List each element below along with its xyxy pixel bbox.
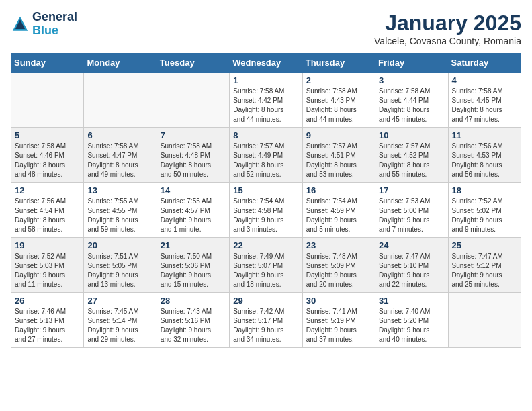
day-info: Sunrise: 7:49 AM Sunset: 5:07 PM Dayligh… bbox=[233, 252, 298, 289]
day-number: 1 bbox=[233, 75, 298, 85]
calendar-day-cell: 8Sunrise: 7:57 AM Sunset: 4:49 PM Daylig… bbox=[230, 128, 302, 183]
weekday-header-wednesday: Wednesday bbox=[230, 54, 302, 73]
calendar-day-cell: 21Sunrise: 7:50 AM Sunset: 5:06 PM Dayli… bbox=[157, 238, 229, 293]
calendar-day-cell: 2Sunrise: 7:58 AM Sunset: 4:43 PM Daylig… bbox=[302, 73, 375, 128]
calendar-day-cell: 14Sunrise: 7:55 AM Sunset: 4:57 PM Dayli… bbox=[157, 183, 229, 238]
calendar-day-cell: 29Sunrise: 7:42 AM Sunset: 5:17 PM Dayli… bbox=[230, 293, 302, 348]
calendar-week-row: 19Sunrise: 7:52 AM Sunset: 5:03 PM Dayli… bbox=[11, 238, 521, 293]
calendar-day-cell: 16Sunrise: 7:54 AM Sunset: 4:59 PM Dayli… bbox=[302, 183, 375, 238]
day-info: Sunrise: 7:58 AM Sunset: 4:42 PM Dayligh… bbox=[233, 87, 298, 124]
calendar-day-cell: 9Sunrise: 7:57 AM Sunset: 4:51 PM Daylig… bbox=[302, 128, 375, 183]
day-info: Sunrise: 7:54 AM Sunset: 4:58 PM Dayligh… bbox=[233, 197, 298, 234]
calendar-day-cell: 28Sunrise: 7:43 AM Sunset: 5:16 PM Dayli… bbox=[157, 293, 229, 348]
day-info: Sunrise: 7:55 AM Sunset: 4:57 PM Dayligh… bbox=[161, 197, 226, 234]
day-number: 3 bbox=[379, 75, 444, 85]
weekday-header-tuesday: Tuesday bbox=[157, 54, 229, 73]
calendar-day-cell: 30Sunrise: 7:41 AM Sunset: 5:19 PM Dayli… bbox=[302, 293, 375, 348]
weekday-header-thursday: Thursday bbox=[302, 54, 375, 73]
title-block: January 2025 Valcele, Covasna County, Ro… bbox=[374, 11, 521, 46]
logo-text: General Blue bbox=[32, 11, 77, 38]
day-number: 13 bbox=[87, 185, 152, 195]
day-number: 25 bbox=[452, 240, 517, 250]
calendar-week-row: 26Sunrise: 7:46 AM Sunset: 5:13 PM Dayli… bbox=[11, 293, 521, 348]
day-number: 6 bbox=[87, 130, 152, 140]
day-info: Sunrise: 7:40 AM Sunset: 5:20 PM Dayligh… bbox=[379, 307, 444, 345]
calendar-day-cell: 1Sunrise: 7:58 AM Sunset: 4:42 PM Daylig… bbox=[230, 73, 302, 128]
day-number: 9 bbox=[306, 130, 371, 140]
calendar-day-cell: 27Sunrise: 7:45 AM Sunset: 5:14 PM Dayli… bbox=[84, 293, 157, 348]
day-info: Sunrise: 7:45 AM Sunset: 5:14 PM Dayligh… bbox=[87, 307, 152, 345]
calendar-week-row: 1Sunrise: 7:58 AM Sunset: 4:42 PM Daylig… bbox=[11, 73, 521, 128]
day-number: 22 bbox=[233, 240, 298, 250]
day-info: Sunrise: 7:57 AM Sunset: 4:49 PM Dayligh… bbox=[233, 142, 298, 179]
calendar-day-cell: 13Sunrise: 7:55 AM Sunset: 4:55 PM Dayli… bbox=[84, 183, 157, 238]
calendar-day-cell: 11Sunrise: 7:56 AM Sunset: 4:53 PM Dayli… bbox=[448, 128, 521, 183]
day-info: Sunrise: 7:51 AM Sunset: 5:05 PM Dayligh… bbox=[87, 252, 152, 289]
day-number: 15 bbox=[233, 185, 298, 195]
calendar-day-cell: 17Sunrise: 7:53 AM Sunset: 5:00 PM Dayli… bbox=[375, 183, 448, 238]
calendar-week-row: 5Sunrise: 7:58 AM Sunset: 4:46 PM Daylig… bbox=[11, 128, 521, 183]
calendar-day-cell: 25Sunrise: 7:47 AM Sunset: 5:12 PM Dayli… bbox=[448, 238, 521, 293]
day-number: 31 bbox=[379, 295, 444, 306]
calendar-day-cell: 5Sunrise: 7:58 AM Sunset: 4:46 PM Daylig… bbox=[11, 128, 84, 183]
day-info: Sunrise: 7:52 AM Sunset: 5:02 PM Dayligh… bbox=[452, 197, 517, 234]
calendar-week-row: 12Sunrise: 7:56 AM Sunset: 4:54 PM Dayli… bbox=[11, 183, 521, 238]
calendar-day-cell: 31Sunrise: 7:40 AM Sunset: 5:20 PM Dayli… bbox=[375, 293, 448, 348]
logo: General Blue bbox=[11, 11, 77, 38]
day-number: 27 bbox=[87, 295, 152, 306]
day-info: Sunrise: 7:53 AM Sunset: 5:00 PM Dayligh… bbox=[379, 197, 444, 234]
calendar-day-cell: 7Sunrise: 7:58 AM Sunset: 4:48 PM Daylig… bbox=[157, 128, 229, 183]
calendar-day-cell bbox=[157, 73, 229, 128]
day-info: Sunrise: 7:58 AM Sunset: 4:43 PM Dayligh… bbox=[306, 87, 371, 124]
calendar-day-cell: 4Sunrise: 7:58 AM Sunset: 4:45 PM Daylig… bbox=[448, 73, 521, 128]
calendar-day-cell bbox=[448, 293, 521, 348]
location-subtitle: Valcele, Covasna County, Romania bbox=[374, 36, 521, 46]
day-number: 17 bbox=[379, 185, 444, 195]
day-info: Sunrise: 7:47 AM Sunset: 5:10 PM Dayligh… bbox=[379, 252, 444, 289]
calendar-day-cell: 10Sunrise: 7:57 AM Sunset: 4:52 PM Dayli… bbox=[375, 128, 448, 183]
month-title: January 2025 bbox=[374, 11, 521, 36]
calendar-day-cell: 26Sunrise: 7:46 AM Sunset: 5:13 PM Dayli… bbox=[11, 293, 84, 348]
day-number: 24 bbox=[379, 240, 444, 250]
logo-icon bbox=[11, 15, 30, 34]
day-number: 7 bbox=[161, 130, 226, 140]
calendar-day-cell bbox=[11, 73, 84, 128]
day-info: Sunrise: 7:41 AM Sunset: 5:19 PM Dayligh… bbox=[306, 307, 371, 345]
calendar-table: SundayMondayTuesdayWednesdayThursdayFrid… bbox=[11, 53, 521, 348]
day-info: Sunrise: 7:57 AM Sunset: 4:52 PM Dayligh… bbox=[379, 142, 444, 179]
day-number: 28 bbox=[161, 295, 226, 306]
day-info: Sunrise: 7:47 AM Sunset: 5:12 PM Dayligh… bbox=[452, 252, 517, 289]
day-number: 12 bbox=[15, 185, 80, 195]
day-info: Sunrise: 7:56 AM Sunset: 4:53 PM Dayligh… bbox=[452, 142, 517, 179]
page-header: General Blue January 2025 Valcele, Covas… bbox=[11, 11, 521, 46]
calendar-day-cell: 22Sunrise: 7:49 AM Sunset: 5:07 PM Dayli… bbox=[230, 238, 302, 293]
day-info: Sunrise: 7:57 AM Sunset: 4:51 PM Dayligh… bbox=[306, 142, 371, 179]
calendar-day-cell: 20Sunrise: 7:51 AM Sunset: 5:05 PM Dayli… bbox=[84, 238, 157, 293]
day-number: 20 bbox=[87, 240, 152, 250]
day-info: Sunrise: 7:58 AM Sunset: 4:48 PM Dayligh… bbox=[161, 142, 226, 179]
day-info: Sunrise: 7:52 AM Sunset: 5:03 PM Dayligh… bbox=[15, 252, 80, 289]
day-number: 8 bbox=[233, 130, 298, 140]
day-number: 29 bbox=[233, 295, 298, 306]
calendar-day-cell: 3Sunrise: 7:58 AM Sunset: 4:44 PM Daylig… bbox=[375, 73, 448, 128]
calendar-day-cell: 19Sunrise: 7:52 AM Sunset: 5:03 PM Dayli… bbox=[11, 238, 84, 293]
day-info: Sunrise: 7:46 AM Sunset: 5:13 PM Dayligh… bbox=[15, 307, 80, 345]
weekday-header-sunday: Sunday bbox=[11, 54, 84, 73]
day-number: 16 bbox=[306, 185, 371, 195]
day-info: Sunrise: 7:54 AM Sunset: 4:59 PM Dayligh… bbox=[306, 197, 371, 234]
calendar-header-row: SundayMondayTuesdayWednesdayThursdayFrid… bbox=[11, 54, 521, 73]
day-number: 21 bbox=[161, 240, 226, 250]
day-number: 23 bbox=[306, 240, 371, 250]
day-number: 26 bbox=[15, 295, 80, 306]
day-number: 5 bbox=[15, 130, 80, 140]
day-number: 19 bbox=[15, 240, 80, 250]
day-info: Sunrise: 7:55 AM Sunset: 4:55 PM Dayligh… bbox=[87, 197, 152, 234]
day-number: 30 bbox=[306, 295, 371, 306]
calendar-day-cell: 12Sunrise: 7:56 AM Sunset: 4:54 PM Dayli… bbox=[11, 183, 84, 238]
weekday-header-monday: Monday bbox=[84, 54, 157, 73]
day-number: 4 bbox=[452, 75, 517, 85]
day-number: 18 bbox=[452, 185, 517, 195]
day-info: Sunrise: 7:58 AM Sunset: 4:47 PM Dayligh… bbox=[87, 142, 152, 179]
day-info: Sunrise: 7:58 AM Sunset: 4:45 PM Dayligh… bbox=[452, 87, 517, 124]
day-number: 14 bbox=[161, 185, 226, 195]
